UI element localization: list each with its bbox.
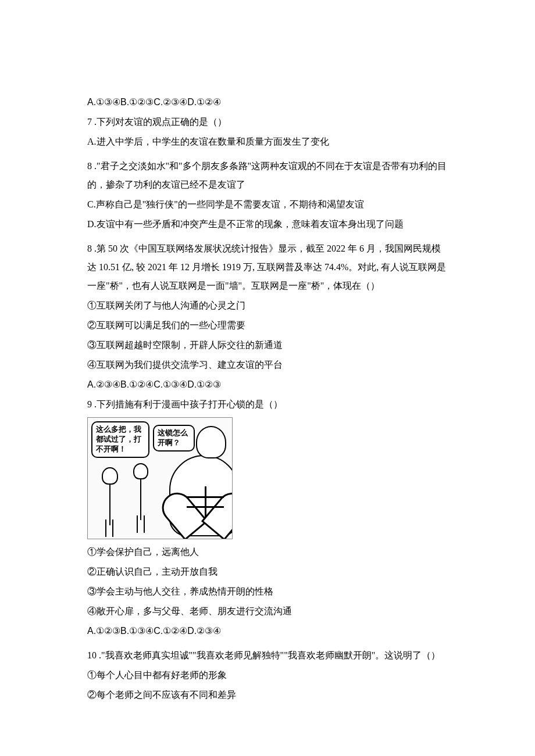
q10-stem: 10 ."我喜欢老师真实坦诚""我喜欢老师见解独特""我喜欢老师幽默开朗"。这说… bbox=[87, 646, 448, 665]
q9-cartoon-image: 这么多把，我都试过了，打不开啊！ 这锁怎么开啊？ bbox=[87, 417, 233, 539]
q7-stem: 7 .下列对友谊的观点正确的是（） bbox=[87, 113, 448, 131]
q7-option-a[interactable]: A.进入中学后，中学生的友谊在数量和质量方面发生了变化 bbox=[87, 132, 448, 151]
q8-statement-1: ①互联网关闭了与他人沟通的心灵之门 bbox=[87, 296, 448, 315]
q6-options[interactable]: A.①③④B.①②③C.②③④D.①②④ bbox=[87, 93, 448, 112]
q9-statement-1: ①学会保护自己，远离他人 bbox=[87, 543, 448, 561]
q7-option-c[interactable]: C.声称自己是"独行侠"的一些同学是不需要友谊，不期待和渴望友谊 bbox=[87, 195, 448, 214]
q7-option-d[interactable]: D.友谊中有一些矛盾和冲突产生是不正常的现象，意味着友谊本身出现了问题 bbox=[87, 215, 448, 234]
q10-statement-2: ②每个老师之间不应该有不同和差异 bbox=[87, 686, 448, 704]
q8-statement-4: ④互联网为我们提供交流学习、建立友谊的平台 bbox=[87, 356, 448, 374]
child1-head bbox=[102, 467, 118, 485]
q8-options[interactable]: A.②③④B.①②④C.①③④D.①②③ bbox=[87, 375, 448, 394]
speech-bubble-2: 这锁怎么开啊？ bbox=[153, 425, 195, 452]
q8-stem: 8 .第 50 次《中国互联网络发展状况统计报告》显示，截至 2022 年 6 … bbox=[87, 239, 448, 295]
adult-head bbox=[196, 426, 226, 458]
q9-options[interactable]: A.①②③B.①③④C.①②④D.②③④ bbox=[87, 622, 448, 640]
child1-legs bbox=[105, 519, 113, 537]
q8-statement-2: ②互联网可以满足我们的一些心理需要 bbox=[87, 316, 448, 335]
q10-statement-1: ①每个人心目中都有好老师的形象 bbox=[87, 666, 448, 685]
q9-statement-2: ②正确认识自己，主动开放自我 bbox=[87, 562, 448, 581]
lock-grid-icon bbox=[187, 486, 224, 518]
q7-option-b[interactable]: 8 ."君子之交淡如水"和"多个朋友多条路"这两种友谊观的不同在于友谊是否带有功… bbox=[87, 157, 448, 194]
speech-bubble-1: 这么多把，我都试过了，打不开啊！ bbox=[91, 421, 149, 458]
child2-legs bbox=[137, 515, 145, 533]
child2-head bbox=[133, 463, 148, 479]
q9-statement-4: ④敞开心扉，多与父母、老师、朋友进行交流沟通 bbox=[87, 602, 448, 621]
q9-stem: 9 .下列措施有利于漫画中孩子打开心锁的是（） bbox=[87, 395, 448, 414]
child2-body bbox=[140, 479, 141, 520]
q8-statement-3: ③互联网超越时空限制，开辟人际交往的新通道 bbox=[87, 336, 448, 354]
q9-statement-3: ③学会主动与他人交往，养成热情开朗的性格 bbox=[87, 582, 448, 601]
